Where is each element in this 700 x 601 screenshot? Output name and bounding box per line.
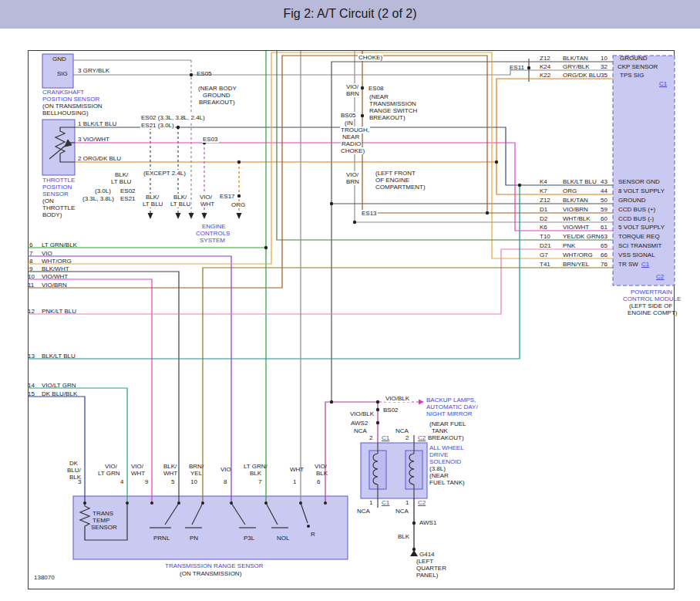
pcm-pin-id: T10 xyxy=(540,233,550,240)
wire-label: WHT xyxy=(290,466,304,473)
tps-pin1-label: 1 BLK/LT BLU xyxy=(78,120,116,127)
pcm-fn-label: TPS SIG xyxy=(620,72,644,79)
wire-label: DK BLU/BLK xyxy=(42,390,77,397)
pcm-pin-num: 43 xyxy=(601,178,607,185)
trs-name: TRANSMISSION RANGE SENSOR xyxy=(165,562,264,569)
pcm-fn-label: 5 VOLT SUPPLY xyxy=(618,224,665,231)
pin-num: 1 xyxy=(293,478,296,485)
g414-location: (LEFT xyxy=(416,558,433,565)
pcm-pin-id: K6 xyxy=(540,224,547,231)
backup-lamps-note: BACKUP LAMPS, xyxy=(426,397,476,403)
wire-label: BLU/ xyxy=(67,467,81,474)
pcm-fn-label: CCD BUS (+) xyxy=(618,206,655,213)
trs-location: (ON TRANSMISSION) xyxy=(180,570,241,577)
awd-name3: SOLENOID xyxy=(429,458,461,465)
pcm-pin-wire: PNK xyxy=(563,242,575,249)
pcm-pin-wire: BLK/LT BLU xyxy=(563,178,597,185)
row-num: 15 xyxy=(28,390,35,397)
pcm-pin-num: 65 xyxy=(601,242,607,249)
splice-bs05: BS05 xyxy=(340,112,357,119)
tps-pin2-label: 2 ORG/DK BLU xyxy=(78,155,121,162)
pcm-pin-num: 35 xyxy=(601,72,607,79)
gear-position-label: R xyxy=(311,531,315,538)
backup-lamps-note3: NIGHT MIRROR xyxy=(426,410,472,417)
splice-es11: ES11 xyxy=(510,64,524,71)
awd-location2: FUEL TANK) xyxy=(429,479,465,486)
wire-label: WHT xyxy=(163,470,177,477)
pcm-pin-wire: ORG xyxy=(563,187,577,194)
row-num: 6 xyxy=(29,241,32,248)
pin-num: 4 xyxy=(120,478,123,485)
sheet-number: 138070 xyxy=(34,574,55,581)
wire-label: VIO xyxy=(42,250,52,257)
bs05-location: (IN xyxy=(344,120,354,127)
pcm-pin-id: T41 xyxy=(540,261,550,268)
pcm-pin-num: 32 xyxy=(601,63,607,70)
es08-location4: BREAKOUT) xyxy=(369,114,406,121)
wire-label: LT BLU xyxy=(142,201,163,208)
bs05-location4: RADIO xyxy=(341,140,362,147)
pin-num: 1 xyxy=(369,499,372,506)
backup-lamps-note2: AUTOMATIC DAY/ xyxy=(426,403,478,410)
awd-name2: DRIVE xyxy=(429,451,448,458)
wire-label: VIO/ xyxy=(315,463,327,470)
ground-g414: G414 xyxy=(419,551,435,558)
ckp-name: CRANKSHAFT xyxy=(42,89,84,96)
pin-num: 9 xyxy=(145,478,148,485)
wire-label: BLK/ xyxy=(145,194,160,201)
splice-es05: ES05 xyxy=(197,70,212,77)
wire-label: LT GRN/ xyxy=(244,463,268,470)
ecs-label2: CONTROLS xyxy=(196,230,230,237)
awd-breakout-note: (NEAR FUEL xyxy=(429,420,466,427)
pcm-fn-label: CCD BUS (-) xyxy=(618,215,654,222)
pcm-pin-id: G7 xyxy=(540,252,548,258)
row-num: 13 xyxy=(28,353,35,360)
wire-label: BLK/ xyxy=(163,463,177,470)
ecs-label: ENGINE xyxy=(202,223,226,230)
row-num: 10 xyxy=(28,273,35,280)
engine-note: (3.3L, 3.8L) xyxy=(82,195,115,202)
pcm-pin-num: 61 xyxy=(601,224,607,231)
pcm-pin-wire: BLK/TAN xyxy=(563,197,588,204)
engine-note: (EXCEPT 2.4L) xyxy=(143,170,187,177)
compartment-note: (LEFT FRONT xyxy=(375,170,416,177)
ecs-label3: SYSTEM xyxy=(200,237,225,244)
bs05-location3: NEAR xyxy=(342,133,360,140)
ckp-location2: BELLHOUSING) xyxy=(42,110,89,116)
pcm-location: (LEFT SIDE OF xyxy=(629,302,672,309)
splice-bs02: BS02 xyxy=(382,407,399,414)
connector-c1-link[interactable]: C1 xyxy=(382,499,389,506)
pin-num: 2 xyxy=(369,434,372,441)
splice-es13: ES13 xyxy=(361,210,378,217)
row-num: 7 xyxy=(29,250,32,257)
pin-num: 10 xyxy=(190,478,197,485)
wire-label: VIO/ xyxy=(199,194,213,201)
gear-position-label: P3L xyxy=(244,535,254,542)
pcm-pin-wire: VIO/WHT xyxy=(563,224,589,231)
pcm-name2: CONTROL MODULE xyxy=(623,295,681,302)
pcm-pin-num: 63 xyxy=(601,233,607,240)
row-num: 11 xyxy=(28,282,34,289)
wire-label: VIO xyxy=(220,466,231,473)
connector-c2-link[interactable]: C2 xyxy=(656,273,664,280)
wire-label: BRN/ xyxy=(189,463,204,470)
bs05-location2: TROUGH, xyxy=(340,127,370,133)
wire-label: VIO/ xyxy=(345,83,359,90)
wire-label: BLK/WHT xyxy=(42,265,69,272)
pcm-pin-id: Z12 xyxy=(540,197,550,204)
pcm-pin-id: D21 xyxy=(540,242,551,249)
connector-c1-link[interactable]: C1 xyxy=(659,80,667,87)
connector-c1-link[interactable]: C1 xyxy=(641,261,649,268)
nca-label: NCA xyxy=(395,427,409,434)
pcm-pin-num: 10 xyxy=(601,55,607,62)
wire-label: LT BLU xyxy=(110,178,132,185)
connector-c2-link[interactable]: C2 xyxy=(418,434,426,441)
pin-num: 6 xyxy=(317,478,320,485)
wire-label: LT GRN xyxy=(98,470,120,477)
pin-num: 5 xyxy=(171,478,174,485)
splice-es02: ES02 xyxy=(119,187,136,194)
row-num: 14 xyxy=(28,382,35,389)
pcm-pin-num: 44 xyxy=(601,187,607,194)
connector-c1-link[interactable]: C1 xyxy=(382,434,389,441)
connector-c2-link[interactable]: C2 xyxy=(418,499,426,506)
